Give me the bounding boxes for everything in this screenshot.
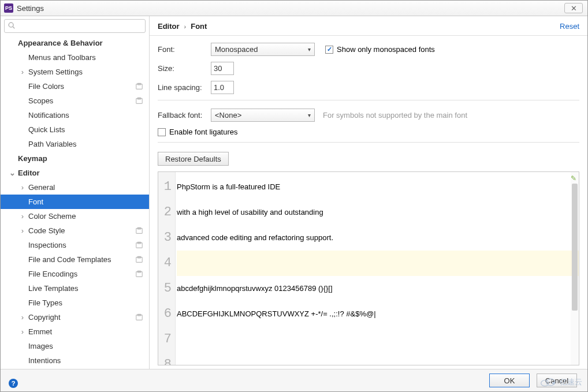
dialog-footer: ? OK Cancel xyxy=(1,369,587,391)
tree-item-label: Code Style xyxy=(28,226,65,235)
ligatures-label[interactable]: Enable font ligatures xyxy=(169,128,238,136)
tree-item-label: File Colors xyxy=(28,82,64,91)
code-line: PhpStorm is a full-featured IDE xyxy=(177,174,579,200)
tree-item-label: Scopes xyxy=(28,96,53,105)
tree-item-label: General xyxy=(28,183,55,192)
vertical-scrollbar[interactable] xyxy=(571,172,579,365)
fallback-hint: For symbols not supported by the main fo… xyxy=(323,111,467,120)
tree-item-path-variables[interactable]: Path Variables xyxy=(1,137,149,151)
expander-icon[interactable]: › xyxy=(19,313,26,322)
tree-item-label: Inspections xyxy=(28,241,66,249)
window-title: Settings xyxy=(17,4,44,13)
expander-icon[interactable]: › xyxy=(19,327,26,336)
ligatures-row: Enable font ligatures xyxy=(158,128,579,136)
project-icon xyxy=(135,256,143,264)
tree-item-emmet[interactable]: ›Emmet xyxy=(1,324,149,339)
font-label: Font: xyxy=(158,45,211,54)
project-icon xyxy=(135,313,143,322)
project-icon xyxy=(135,97,143,105)
divider xyxy=(158,142,579,143)
tree-item-color-scheme[interactable]: ›Color Scheme xyxy=(1,209,149,223)
tree-item-file-encodings[interactable]: File Encodings xyxy=(1,267,149,281)
ok-button[interactable]: OK xyxy=(489,374,530,387)
line-number: 2 xyxy=(158,200,172,225)
mono-checkbox[interactable]: ✓ xyxy=(325,46,333,54)
line-number: 8 xyxy=(158,352,172,365)
chevron-down-icon: ▾ xyxy=(308,46,311,53)
size-input[interactable] xyxy=(211,62,234,75)
line-number: 1 xyxy=(158,174,172,200)
tree-item-label: Copyright xyxy=(28,313,61,322)
tree-item-code-style[interactable]: ›Code Style xyxy=(1,223,149,238)
tree-item-file-types[interactable]: File Types xyxy=(1,296,149,310)
cancel-button[interactable]: Cancel xyxy=(537,374,577,387)
breadcrumb-current: Font xyxy=(191,22,207,31)
breadcrumb-sep-icon: › xyxy=(184,23,187,30)
search-wrapper xyxy=(1,16,149,36)
spacing-label: Line spacing: xyxy=(158,83,211,92)
breadcrumb-parent[interactable]: Editor xyxy=(158,22,180,31)
reset-link[interactable]: Reset xyxy=(560,22,579,31)
tree-item-file-colors[interactable]: File Colors xyxy=(1,79,149,94)
settings-tree[interactable]: Appearance & BehaviorMenus and Toolbars›… xyxy=(1,36,149,369)
tree-item-label: File Types xyxy=(28,298,62,307)
code-line: ABCDEFGHIJKLMNOPQRSTUVWXYZ +-*/= .,;:!? … xyxy=(177,301,579,327)
scrollbar-thumb[interactable] xyxy=(572,184,578,311)
settings-sidebar: Appearance & BehaviorMenus and Toolbars›… xyxy=(1,16,150,369)
fallback-combo[interactable]: <None> ▾ xyxy=(211,109,315,122)
spacing-row: Line spacing: xyxy=(158,81,579,94)
help-button[interactable]: ? xyxy=(9,379,18,388)
tree-item-appearance-behavior[interactable]: Appearance & Behavior xyxy=(1,36,149,50)
tree-item-label: Font xyxy=(28,197,43,206)
search-icon xyxy=(8,21,16,29)
font-preview-editor[interactable]: 12345678 PhpStorm is a full-featured IDE… xyxy=(158,171,579,365)
tree-item-copyright[interactable]: ›Copyright xyxy=(1,310,149,324)
tree-item-quick-lists[interactable]: Quick Lists xyxy=(1,122,149,137)
tree-item-file-and-code-templates[interactable]: File and Code Templates xyxy=(1,252,149,267)
font-row: Font: Monospaced ▾ ✓ Show only monospace… xyxy=(158,43,579,56)
expander-icon[interactable]: › xyxy=(19,183,26,192)
tree-item-intentions[interactable]: Intentions xyxy=(1,353,149,368)
project-icon xyxy=(135,227,143,235)
tree-item-label: Menus and Toolbars xyxy=(28,53,96,62)
code-line xyxy=(177,327,579,352)
window-close-button[interactable]: ✕ xyxy=(564,3,583,13)
expander-icon[interactable]: › xyxy=(19,68,26,76)
code-line xyxy=(177,352,579,365)
tree-item-live-templates[interactable]: Live Templates xyxy=(1,281,149,296)
expander-icon[interactable]: › xyxy=(19,212,26,221)
tree-item-menus-and-toolbars[interactable]: Menus and Toolbars xyxy=(1,50,149,65)
tree-item-label: Appearance & Behavior xyxy=(18,39,103,47)
font-combo[interactable]: Monospaced ▾ xyxy=(211,43,315,56)
code-line: abcdefghijklmnopqrstuvwxyz 0123456789 ()… xyxy=(177,276,579,301)
tree-item-images[interactable]: Images xyxy=(1,339,149,353)
mono-checkbox-label[interactable]: Show only monospaced fonts xyxy=(337,45,435,54)
spacing-input[interactable] xyxy=(211,81,234,94)
tree-item-label: Keymap xyxy=(18,154,47,163)
tree-item-label: Emmet xyxy=(28,327,52,336)
main-area: Appearance & BehaviorMenus and Toolbars›… xyxy=(1,16,587,369)
gutter: 12345678 xyxy=(158,172,176,365)
svg-point-0 xyxy=(9,23,13,27)
line-number: 6 xyxy=(158,301,172,327)
line-number: 3 xyxy=(158,225,172,251)
tree-item-notifications[interactable]: Notifications xyxy=(1,108,149,122)
tree-item-label: Live Templates xyxy=(28,284,78,293)
tree-item-system-settings[interactable]: ›System Settings xyxy=(1,65,149,79)
tree-item-scopes[interactable]: Scopes xyxy=(1,94,149,108)
ligatures-checkbox[interactable] xyxy=(158,128,166,136)
tree-item-general[interactable]: ›General xyxy=(1,180,149,195)
svg-line-1 xyxy=(13,27,14,28)
tree-item-label: Editor xyxy=(18,169,40,177)
tree-item-font[interactable]: Font xyxy=(1,195,149,209)
expander-icon[interactable]: ⌄ xyxy=(9,169,16,177)
code-area[interactable]: PhpStorm is a full-featured IDEwith a hi… xyxy=(176,172,579,365)
tree-item-inspections[interactable]: Inspections xyxy=(1,238,149,252)
tree-item-label: Path Variables xyxy=(28,140,77,148)
tree-item-editor[interactable]: ⌄Editor xyxy=(1,166,149,180)
titlebar: PS Settings ✕ xyxy=(1,1,587,16)
expander-icon[interactable]: › xyxy=(19,226,26,235)
tree-item-keymap[interactable]: Keymap xyxy=(1,151,149,166)
search-input[interactable] xyxy=(4,19,146,33)
restore-defaults-button[interactable]: Restore Defaults xyxy=(158,152,229,166)
